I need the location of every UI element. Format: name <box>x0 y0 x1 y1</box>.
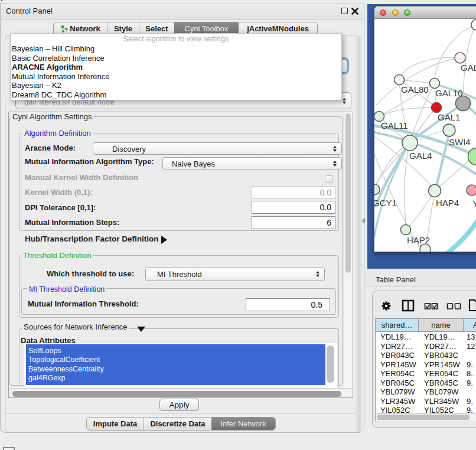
svg-text:HAP2: HAP2 <box>407 235 430 245</box>
svg-text:GCY1: GCY1 <box>374 198 397 208</box>
svg-text:GAL11: GAL11 <box>381 120 408 131</box>
svg-text:SWI4: SWI4 <box>449 137 471 147</box>
svg-text:Y: Y <box>472 198 476 208</box>
svg-text:GAL80: GAL80 <box>401 84 429 94</box>
svg-text:GAL10: GAL10 <box>435 88 463 98</box>
svg-text:GAL: GAL <box>461 63 476 73</box>
svg-text:HAP4: HAP4 <box>436 198 459 208</box>
svg-text:GAL1: GAL1 <box>438 112 460 122</box>
svg-text:GAL4: GAL4 <box>409 151 432 161</box>
